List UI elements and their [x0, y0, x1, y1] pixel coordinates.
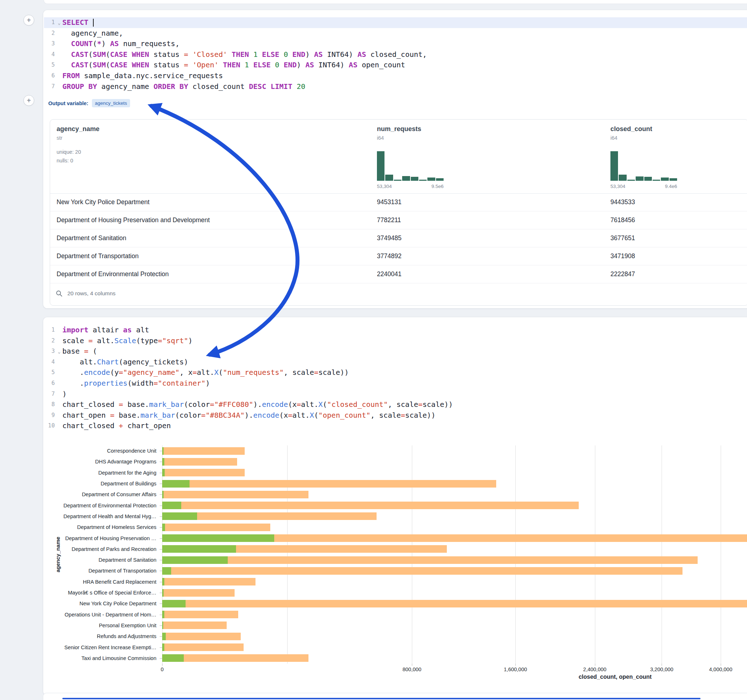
table-row[interactable]: Department of Housing Preservation and D… — [50, 211, 747, 229]
bar-open_count[interactable] — [162, 480, 189, 487]
column-name: agency_name — [57, 125, 100, 133]
table-cell: Department of Transportation — [57, 247, 139, 265]
bar-closed_count[interactable] — [162, 523, 270, 531]
bar-open_count[interactable] — [162, 469, 165, 477]
column-header-num-requests[interactable]: num_requests i64 53,304 9.5e6 — [377, 119, 421, 141]
bar-open_count[interactable] — [162, 491, 163, 498]
bar-closed_count[interactable] — [162, 567, 682, 575]
add-cell-button-middle[interactable]: + — [23, 95, 34, 106]
bar-closed_count[interactable] — [162, 491, 308, 498]
output-variable-badge[interactable]: agency_tickets — [92, 99, 130, 107]
bar-closed_count[interactable] — [162, 447, 245, 455]
column-header-agency-name[interactable]: agency_name str unique: 20 nulls: 0 — [57, 119, 100, 141]
bar-open_count[interactable] — [162, 512, 197, 520]
bar-open_count[interactable] — [162, 589, 163, 597]
bar-open_count[interactable] — [162, 447, 163, 455]
table-cell: 3749485 — [377, 229, 401, 247]
code-line[interactable]: agency_name, — [62, 28, 747, 39]
python-cell: 123⌄45678910 import altair as altscale =… — [43, 317, 747, 695]
bar-open_count[interactable] — [162, 502, 181, 509]
bar-open_count[interactable] — [162, 643, 164, 651]
histogram-bar — [653, 180, 660, 181]
histogram-bar — [661, 178, 668, 181]
y-axis-label: Refunds and Adjustments — [43, 633, 156, 640]
sql-editor[interactable]: 1⌄234567 SELECT agency_name, COUNT(*) AS… — [43, 17, 747, 92]
y-axis-tick — [160, 603, 162, 604]
x-axis-tick — [721, 664, 721, 666]
bar-open_count[interactable] — [162, 578, 164, 585]
bar-closed_count[interactable] — [162, 654, 308, 662]
bar-open_count[interactable] — [162, 622, 163, 629]
bar-open_count[interactable] — [162, 534, 274, 542]
histogram-bar — [436, 178, 444, 181]
bar-closed_count[interactable] — [162, 480, 496, 487]
table-cell: 2222847 — [611, 266, 635, 283]
table-cell: 3471908 — [611, 247, 635, 265]
y-axis-label: New York City Police Department — [43, 600, 156, 607]
y-axis-label: Senior Citizen Rent Increase Exempti… — [43, 644, 156, 651]
column-header-closed-count[interactable]: closed_count i64 53,304 9.4e6 — [611, 119, 652, 141]
table-header: agency_name str unique: 20 nulls: 0 num_… — [50, 119, 747, 194]
sql-code-lines[interactable]: SELECT agency_name, COUNT(*) AS num_requ… — [62, 17, 747, 92]
search-icon[interactable] — [56, 290, 63, 297]
y-axis-label: HRA Benefit Card Replacement — [43, 579, 156, 585]
histogram-max: 9.5e6 — [431, 184, 444, 189]
column-type: i64 — [377, 135, 421, 141]
bar-closed_count[interactable] — [162, 600, 747, 608]
gridline — [595, 445, 595, 664]
bar-closed_count[interactable] — [162, 643, 243, 651]
bar-open_count[interactable] — [162, 567, 171, 575]
y-axis-tick — [160, 505, 162, 506]
add-cell-button-top[interactable]: + — [23, 15, 34, 26]
line-number: 6 — [43, 71, 55, 81]
line-number: 4 — [43, 49, 55, 60]
bar-closed_count[interactable] — [162, 458, 237, 466]
code-line[interactable]: CAST(SUM(CASE WHEN status = 'Open' THEN … — [62, 60, 747, 71]
x-axis-tick — [412, 664, 412, 666]
previous-cell-edge — [44, 0, 747, 4]
bar-closed_count[interactable] — [162, 633, 241, 640]
x-axis-tick — [162, 664, 163, 666]
histogram-min: 53,304 — [377, 184, 392, 189]
code-line[interactable]: GROUP BY agency_name ORDER BY closed_cou… — [62, 81, 747, 92]
bar-closed_count[interactable] — [162, 556, 698, 564]
line-number: 2 — [43, 28, 55, 39]
bar-closed_count[interactable] — [162, 469, 245, 477]
code-line[interactable]: SELECT — [62, 17, 747, 28]
histogram-bar — [402, 176, 410, 181]
bar-open_count[interactable] — [162, 633, 166, 640]
bar-open_count[interactable] — [162, 556, 228, 564]
bar-closed_count[interactable] — [162, 502, 579, 509]
histogram-bar — [377, 151, 384, 181]
y-axis-tick — [160, 527, 162, 528]
next-cell-edge — [43, 693, 747, 700]
y-axis-label: Operations Unit - Department of Hom… — [43, 611, 156, 618]
y-axis-tick — [160, 647, 162, 648]
code-line[interactable]: FROM sample_data.nyc.service_requests — [62, 71, 747, 81]
sql-cell: 1⌄234567 SELECT agency_name, COUNT(*) AS… — [43, 10, 747, 309]
bar-closed_count[interactable] — [162, 622, 227, 629]
column-name: num_requests — [377, 125, 421, 133]
y-axis-label: Correspondence Unit — [43, 448, 156, 454]
results-table: agency_name str unique: 20 nulls: 0 num_… — [50, 119, 747, 306]
bar-open_count[interactable] — [162, 611, 164, 618]
code-line[interactable]: CAST(SUM(CASE WHEN status = 'Closed' THE… — [62, 49, 747, 60]
bar-open_count[interactable] — [162, 654, 184, 662]
fold-chevron-icon[interactable]: ⌄ — [57, 18, 60, 29]
bar-open_count[interactable] — [162, 545, 236, 553]
bar-open_count[interactable] — [162, 523, 165, 531]
table-row[interactable]: Department of Transportation377489234719… — [50, 247, 747, 266]
code-line[interactable]: COUNT(*) AS num_requests, — [62, 39, 747, 49]
bar-closed_count[interactable] — [162, 578, 256, 585]
y-axis-label: Department of Health and Mental Hyg… — [43, 513, 156, 520]
bar-closed_count[interactable] — [162, 589, 234, 597]
bar-open_count[interactable] — [162, 600, 186, 608]
table-row[interactable]: Department of Sanitation37494853677651 — [50, 229, 747, 247]
histogram-bar — [419, 180, 426, 181]
table-row[interactable]: Department of Environmental Protection22… — [50, 266, 747, 284]
table-row[interactable]: New York City Police Department945313194… — [50, 193, 747, 211]
bar-closed_count[interactable] — [162, 611, 238, 618]
gridline — [515, 445, 516, 664]
y-axis-tick — [160, 615, 162, 615]
bar-open_count[interactable] — [162, 458, 164, 466]
